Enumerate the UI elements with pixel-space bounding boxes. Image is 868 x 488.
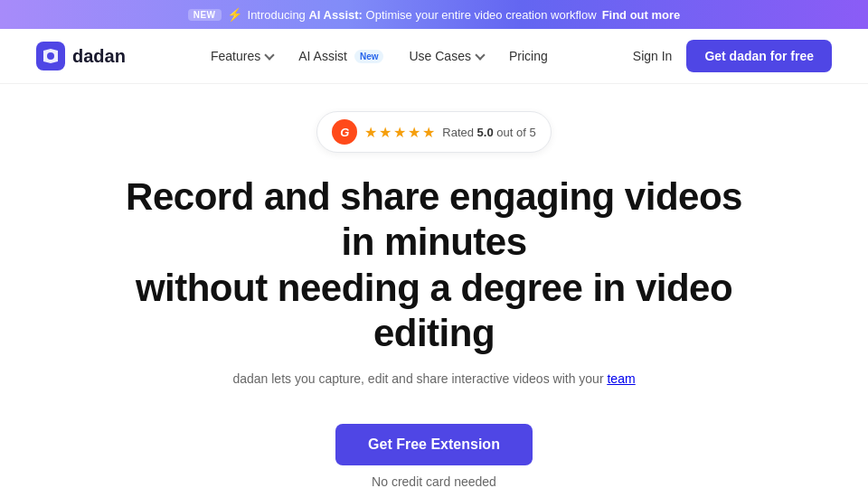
announcement-emoji: ⚡ [227,7,242,22]
nav-item-use-cases[interactable]: Use Cases [409,49,483,63]
nav-link-ai-assist[interactable]: AI Assist New [298,49,383,63]
announcement-bold: AI Assist: [308,8,362,22]
nav-item-features[interactable]: Features [211,49,273,63]
team-link[interactable]: team [607,371,635,386]
hero-section: G ★ ★ ★ ★ ★ Rated 5.0 out of 5 Record an… [0,84,868,488]
chevron-down-icon [265,50,275,60]
nav-link-pricing[interactable]: Pricing [509,49,548,63]
nav-link-features[interactable]: Features [211,49,273,63]
ai-assist-badge: New [354,50,384,63]
announcement-text: Introducing AI Assist: Optimise your ent… [248,8,597,22]
star-3: ★ [393,124,406,141]
chevron-down-icon [475,50,485,60]
navigation: dadan Features AI Assist New Use Cases P… [0,29,868,84]
new-badge: NEW [188,9,222,21]
announcement-bar: NEW ⚡ Introducing AI Assist: Optimise yo… [0,0,868,29]
star-5: ★ [422,124,435,141]
logo-text: dadan [72,46,126,67]
nav-link-use-cases[interactable]: Use Cases [409,49,483,63]
rating-score: 5.0 [477,126,494,139]
nav-item-ai-assist[interactable]: AI Assist New [298,49,383,63]
logo[interactable]: dadan [36,42,126,70]
star-4: ★ [408,124,420,141]
rating-text: Rated 5.0 out of 5 [442,126,535,139]
nav-right: Sign In Get dadan for free [633,40,832,72]
get-dadan-button[interactable]: Get dadan for free [686,40,832,72]
logo-icon [36,42,65,70]
g2-icon: G [332,119,357,145]
stars: ★ ★ ★ ★ ★ [364,124,435,141]
rating-badge: G ★ ★ ★ ★ ★ Rated 5.0 out of 5 [316,111,551,153]
get-extension-button[interactable]: Get Free Extension [335,424,533,465]
hero-headline: Record and share engaging videos in minu… [118,174,750,357]
star-1: ★ [364,124,377,141]
star-2: ★ [379,124,392,141]
nav-links: Features AI Assist New Use Cases Pricing [211,49,548,63]
nav-item-pricing[interactable]: Pricing [509,49,548,63]
svg-point-1 [47,52,54,60]
no-credit-card-text: No credit card needed [18,474,850,488]
hero-description: dadan lets you capture, edit and share i… [18,371,850,386]
sign-in-button[interactable]: Sign In [633,49,673,63]
announcement-link[interactable]: Find out more [602,8,681,22]
